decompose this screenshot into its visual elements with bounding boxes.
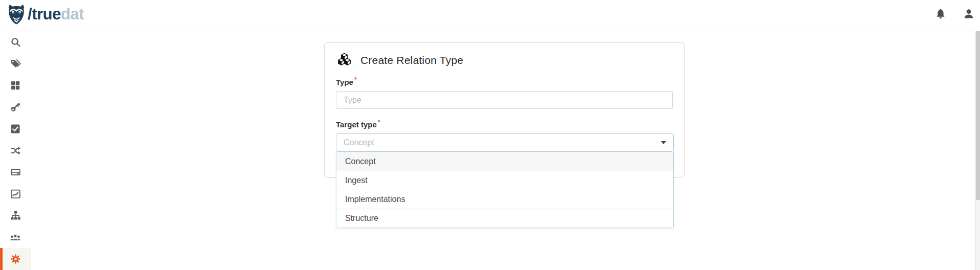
check-square-icon [10, 124, 20, 134]
sidebar-item-quality[interactable] [0, 118, 31, 140]
logo-wordmark: /truedat [28, 4, 84, 25]
tag-icon [10, 58, 21, 69]
dropdown-option-structure[interactable]: Structure [336, 209, 673, 228]
logo-brand-secondary: dat [61, 5, 84, 23]
dropdown-option-implementations[interactable]: Implementations [336, 190, 673, 209]
dropdown-option-concept[interactable]: Concept [336, 152, 673, 171]
sidebar-item-tags[interactable] [0, 53, 31, 74]
user-icon[interactable] [962, 7, 975, 20]
sidebar-item-relations[interactable] [0, 140, 31, 161]
chevron-down-icon [661, 141, 666, 144]
owl-icon [8, 4, 25, 25]
type-input[interactable] [336, 91, 673, 109]
shuffle-icon [10, 145, 21, 156]
truedat-logo[interactable]: /truedat [8, 4, 84, 25]
target-type-select[interactable]: Concept [336, 133, 674, 152]
target-type-dropdown-menu: Concept Ingest Implementations Structure [336, 152, 674, 228]
target-type-field-label: Target type* [336, 117, 673, 130]
scrollbar-track[interactable] [975, 31, 980, 270]
dropdown-option-ingest[interactable]: Ingest [336, 171, 673, 190]
type-field-label: Type* [336, 75, 673, 87]
scrollbar-thumb[interactable] [976, 31, 980, 200]
bell-icon[interactable] [934, 7, 947, 20]
top-bar: /truedat [0, 0, 980, 31]
sidebar-item-analytics[interactable] [0, 183, 31, 205]
key-icon [10, 102, 21, 112]
drawer-icon [10, 167, 21, 177]
sidebar-item-search[interactable] [0, 31, 31, 53]
active-indicator [0, 248, 3, 269]
sidebar-item-data-sources[interactable] [0, 162, 31, 183]
sidebar-item-grid[interactable] [0, 75, 31, 96]
page-title: Create Relation Type [360, 54, 463, 66]
create-relation-type-card: Create Relation Type Type* Target type* … [324, 42, 685, 178]
required-marker: * [378, 119, 380, 126]
sidebar-item-settings[interactable] [0, 248, 31, 269]
sidebar-item-lineage[interactable] [0, 205, 31, 227]
users-icon [10, 232, 21, 243]
select-placeholder: Concept [344, 138, 661, 147]
logo-slash: / [28, 5, 32, 23]
grid-icon [10, 80, 20, 91]
required-marker: * [354, 76, 357, 83]
search-icon [10, 37, 21, 48]
chart-line-icon [10, 189, 21, 199]
sidebar-nav [0, 31, 31, 270]
gear-icon [10, 254, 21, 264]
sidebar-item-users[interactable] [0, 227, 31, 248]
logo-brand-primary: true [32, 5, 61, 23]
cubes-icon [336, 53, 353, 69]
sitemap-icon [10, 210, 21, 221]
sidebar-item-permissions[interactable] [0, 96, 31, 118]
